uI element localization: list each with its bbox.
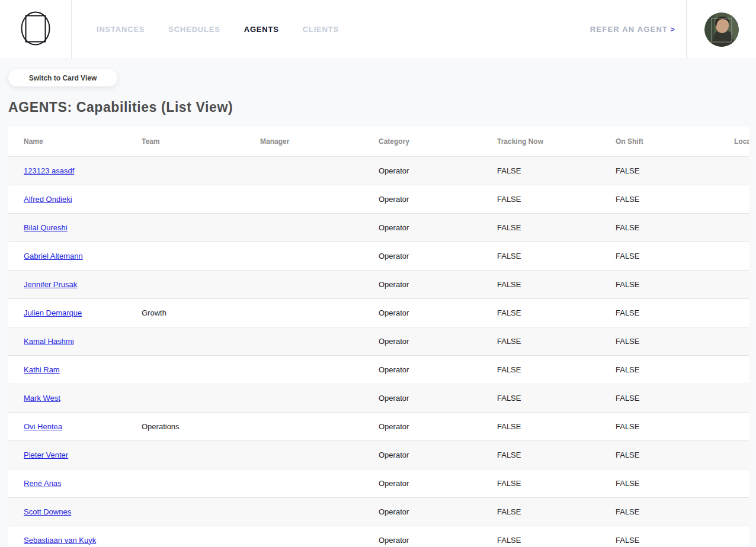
column-header-category: Category [363, 127, 482, 156]
table-header: NameTeamManagerCategoryTracking NowOn Sh… [8, 127, 749, 156]
cell-team [126, 185, 245, 213]
agent-name-link[interactable]: Julien Demarque [24, 308, 82, 317]
cell-tracking-now: FALSE [482, 156, 600, 185]
cell-location [719, 469, 749, 497]
agent-name-link[interactable]: Ovi Hentea [24, 422, 62, 431]
agent-name-link[interactable]: Kamal Hashmi [24, 337, 74, 346]
cell-manager [245, 156, 363, 185]
agent-name-link[interactable]: Sebastiaan van Kuyk [24, 536, 96, 545]
cell-on-shift: FALSE [600, 185, 719, 213]
cell-category: Operator [363, 526, 482, 547]
agents-table: NameTeamManagerCategoryTracking NowOn Sh… [8, 127, 749, 547]
cell-category: Operator [363, 298, 482, 327]
cell-on-shift: FALSE [600, 355, 719, 384]
cell-location [719, 497, 749, 526]
cell-name: Julien Demarque [8, 298, 126, 327]
nav-tab-clients[interactable]: CLIENTS [303, 25, 339, 34]
cell-team [126, 355, 245, 384]
cell-category: Operator [363, 355, 482, 384]
agent-name-link[interactable]: Bilal Qureshi [24, 223, 68, 232]
cell-location [719, 412, 749, 440]
top-header: INSTANCESSCHEDULESAGENTSCLIENTS REFER AN… [0, 0, 756, 59]
cell-category: Operator [363, 440, 482, 469]
logo-icon [18, 11, 53, 48]
nav-tab-schedules[interactable]: SCHEDULES [168, 25, 220, 34]
cell-team [126, 327, 245, 355]
table-row: Alfred OndiekiOperatorFALSEFALSE [8, 185, 749, 213]
agent-name-link[interactable]: Jennifer Prusak [24, 280, 77, 289]
cell-name: Pieter Venter [8, 440, 126, 469]
cell-tracking-now: FALSE [482, 497, 600, 526]
cell-team: Growth [126, 298, 245, 327]
cell-on-shift: FALSE [600, 526, 719, 547]
table-row: Jennifer PrusakOperatorFALSEFALSE [8, 270, 749, 298]
cell-manager [245, 298, 363, 327]
cell-manager [245, 242, 363, 270]
cell-team [126, 384, 245, 412]
cell-tracking-now: FALSE [482, 440, 600, 469]
switch-to-card-view-button[interactable]: Switch to Card View [8, 69, 117, 86]
cell-name: René Arias [8, 469, 126, 497]
cell-location [719, 270, 749, 298]
agent-name-link[interactable]: René Arias [24, 479, 62, 488]
agent-name-link[interactable]: 123123 asasdf [24, 166, 74, 175]
refer-an-agent-link[interactable]: REFER AN AGENT> [590, 25, 675, 34]
cell-manager [245, 213, 363, 242]
cell-category: Operator [363, 469, 482, 497]
agent-name-link[interactable]: Kathi Ram [24, 365, 60, 374]
cell-location [719, 185, 749, 213]
cell-location [719, 298, 749, 327]
cell-team [126, 440, 245, 469]
agent-name-link[interactable]: Alfred Ondieki [24, 195, 72, 204]
cell-on-shift: FALSE [600, 270, 719, 298]
chevron-right-icon: > [670, 25, 675, 34]
cell-manager [245, 412, 363, 440]
cell-manager [245, 440, 363, 469]
cell-name: Ovi Hentea [8, 412, 126, 440]
agent-name-link[interactable]: Scott Downes [24, 507, 71, 516]
cell-category: Operator [363, 156, 482, 185]
cell-category: Operator [363, 497, 482, 526]
cell-tracking-now: FALSE [482, 213, 600, 242]
cell-on-shift: FALSE [600, 412, 719, 440]
table-row: Julien DemarqueGrowthOperatorFALSEFALSE [8, 298, 749, 327]
cell-team [126, 242, 245, 270]
cell-category: Operator [363, 327, 482, 355]
cell-on-shift: FALSE [600, 469, 719, 497]
table-row: Scott DownesOperatorFALSEFALSE [8, 497, 749, 526]
table-row: 123123 asasdfOperatorFALSEFALSE [8, 156, 749, 185]
agent-name-link[interactable]: Mark West [24, 394, 60, 403]
app-logo[interactable] [0, 0, 72, 59]
user-avatar-section [686, 0, 756, 59]
agent-name-link[interactable]: Gabriel Altemann [24, 252, 83, 260]
agents-table-card: NameTeamManagerCategoryTracking NowOn Sh… [8, 127, 749, 547]
cell-name: Kamal Hashmi [8, 327, 126, 355]
cell-on-shift: FALSE [600, 242, 719, 270]
column-header-location: Location [719, 127, 749, 156]
cell-manager [245, 497, 363, 526]
avatar[interactable] [704, 12, 739, 47]
cell-location [719, 242, 749, 270]
cell-tracking-now: FALSE [482, 242, 600, 270]
cell-manager [245, 469, 363, 497]
cell-location [719, 440, 749, 469]
cell-on-shift: FALSE [600, 440, 719, 469]
cell-name: Bilal Qureshi [8, 213, 126, 242]
refer-an-agent-label: REFER AN AGENT [590, 25, 668, 34]
cell-category: Operator [363, 213, 482, 242]
agent-name-link[interactable]: Pieter Venter [24, 451, 68, 459]
cell-name: Alfred Ondieki [8, 185, 126, 213]
table-row: Sebastiaan van KuykOperatorFALSEFALSE [8, 526, 749, 547]
table-row: Bilal QureshiOperatorFALSEFALSE [8, 213, 749, 242]
cell-name: Scott Downes [8, 497, 126, 526]
cell-location [719, 327, 749, 355]
cell-on-shift: FALSE [600, 497, 719, 526]
nav-tab-agents[interactable]: AGENTS [244, 25, 279, 34]
cell-category: Operator [363, 242, 482, 270]
cell-tracking-now: FALSE [482, 469, 600, 497]
cell-manager [245, 526, 363, 547]
table-row: Pieter VenterOperatorFALSEFALSE [8, 440, 749, 469]
cell-name: Sebastiaan van Kuyk [8, 526, 126, 547]
nav-tab-instances[interactable]: INSTANCES [97, 25, 145, 34]
cell-name: Kathi Ram [8, 355, 126, 384]
